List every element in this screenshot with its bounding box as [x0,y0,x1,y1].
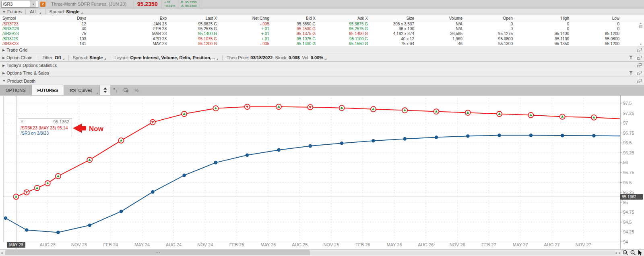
vol-value: 0.00% [311,55,323,60]
popout-icon[interactable] [637,63,642,67]
stock-label: Stock: [275,55,287,60]
svg-text:NOV 24: NOV 24 [197,242,213,247]
scroll-thumb[interactable] [639,25,642,28]
oc-spread-dropdown[interactable]: Spread: Single [72,55,107,60]
cell: 4,182 x 374 [370,31,417,36]
trade-marker-button[interactable]: T [110,85,121,95]
spread-label: Spread: [50,9,65,14]
tab-futures[interactable]: FUTURES [32,85,64,95]
cell: MAY 23 [89,42,169,46]
tab-options-label: OPTIONS [6,88,26,93]
tab-futures-label: FUTURES [37,88,58,93]
layout-dropdown[interactable]: Layout: Open Interest, Volume, Delta, Po… [114,55,219,60]
column-header-symbol[interactable]: Symbol [0,16,48,21]
column-header-open[interactable]: Open [465,16,515,21]
column-header-last-x[interactable]: Last X [169,16,219,21]
filter-funnel-icon[interactable] [629,71,633,75]
section-label: Option Chain [6,55,32,60]
level2-badge[interactable]: 2 [40,2,45,7]
divider [110,55,110,60]
cell: 95.3875 G [318,22,370,26]
section-todays-options-statistics[interactable]: ▶ Today's Options Statistics [0,62,644,69]
section-product-depth[interactable]: ▼ Product Depth [0,77,644,85]
cell: 38 x 100 [370,27,417,31]
svg-text:97.5: 97.5 [623,101,632,106]
tab-options[interactable]: OPTIONS [0,85,32,95]
svg-text:97.25: 97.25 [623,111,634,116]
scrollbar-track[interactable] [5,250,615,255]
zoom-out-icon[interactable] [630,250,636,256]
svg-text:95.1362: 95.1362 [622,195,637,199]
symbol-dropdown-button[interactable]: ▾ [30,1,36,7]
range-dropdown[interactable]: ALL [29,9,42,14]
theo-price-control[interactable]: Theo Price: 03/18/2022 Stock: 0.00$ Vol:… [226,55,327,60]
lock-scale-button[interactable] [121,85,131,95]
cell: /SR3F23 [0,22,48,26]
futures-section-label[interactable]: Futures [7,9,22,14]
chevron-down-icon: ▼ [2,79,6,83]
cursor-arrow-icon[interactable] [638,250,643,256]
column-header-volume[interactable]: Volume [417,16,465,21]
cell: 12 [48,22,89,26]
cell: 0 [515,27,572,31]
table-header-row: SymbolDaysExpLast XNet ChngBid XAsk XSiz… [0,15,644,21]
popout-icon[interactable] [637,79,642,83]
cell: 95.1400 G [169,31,219,36]
svg-text:96.5: 96.5 [623,140,632,145]
cell: 1,969 [417,37,465,41]
scroll-left-small-icon[interactable]: ◂ [615,251,617,255]
svg-text:95.1362: 95.1362 [53,119,69,124]
scroll-down-icon[interactable]: ▼ [640,43,642,46]
cell: 95.2500 G [272,27,318,31]
cell: 95.1300 [465,42,515,46]
sort-arrows-icon [103,87,107,93]
theo-value: 03/18/2022 [250,55,272,60]
spread-dropdown[interactable]: Spread: Single [49,9,84,14]
chart-canvas[interactable]: 97.597.259796.7596.596.259695.7595.595.2… [0,95,644,249]
curves-dropdown[interactable]: Curves [64,85,100,95]
column-header-ask-x[interactable]: Ask X [318,16,370,21]
popout-icon[interactable] [637,56,642,60]
scroll-right-small-icon[interactable]: ▸ [619,251,621,255]
scroll-left-icon[interactable]: ◂ [1,251,3,255]
chevron-right-icon: ▶ [2,64,5,67]
table-row[interactable]: /SR3F2312JAN 2395.3825 G-.00595.3850 G95… [0,21,644,26]
curves-icon [70,88,76,93]
percent-mode-button[interactable]: % [131,85,142,95]
column-header-high[interactable]: High [515,16,572,21]
circle-lock-icon [123,87,129,93]
table-row[interactable]: /SR3G2340FEB 2395.2575 G+.0195.2500 G95.… [0,26,644,31]
table-row[interactable]: /SR3H2375MAR 2395.1400 G+.0195.1375 G95.… [0,31,644,36]
chevron-down-icon[interactable]: ▼ [2,10,6,14]
table-scrollbar[interactable]: ▲ ▼ [638,22,643,46]
section-options-time-sales[interactable]: ▶ Options Time & Sales [0,69,644,77]
table-row[interactable]: /SR3K23131MAY 2395.1200 G-.00595.1400 G9… [0,42,644,46]
flip-axes-button[interactable] [100,85,110,95]
cell: 95.1400 G [318,31,370,36]
filter-dropdown[interactable]: Filter: Off [41,55,65,60]
column-header-bid-x[interactable]: Bid X [272,16,318,21]
futures-curve-chart[interactable]: 97.597.259796.7596.596.259695.7595.595.2… [0,95,644,249]
popout-icon[interactable] [637,71,642,75]
column-header-days[interactable]: Days [48,16,89,21]
futures-filter-row: ▼ Futures ALL Spread: Single [0,8,644,15]
section-label: Trade Grid [6,48,27,52]
filter-funnel-icon[interactable] [629,56,633,60]
cell: /SR3J23 [0,37,48,41]
section-trade-grid[interactable]: ▶ Trade Grid [0,46,644,54]
symbol-input[interactable] [2,2,30,6]
column-header-size[interactable]: Size [370,16,417,21]
chart-horizontal-scrollbar: ◂ ◂ ▸ [0,249,644,256]
table-row[interactable]: /SR3J23103APR 2395.1075 G+.0195.1075 G95… [0,36,644,41]
column-header-net-chng[interactable]: Net Chng [219,16,272,21]
zoom-in-icon[interactable] [623,250,628,256]
scrollbar-thumb[interactable] [5,250,310,255]
column-header-low[interactable]: Low [572,16,622,21]
popout-icon[interactable] [637,48,642,52]
percent-change: +0.01% [164,4,175,8]
column-header-exp[interactable]: Exp [89,16,169,21]
cell: 46 [417,42,465,46]
section-option-chain[interactable]: ▶ Option Chain Filter: Off Spread: Singl… [0,54,644,62]
cell: 36,585 [417,31,465,36]
scroll-up-icon[interactable]: ▲ [640,22,642,24]
